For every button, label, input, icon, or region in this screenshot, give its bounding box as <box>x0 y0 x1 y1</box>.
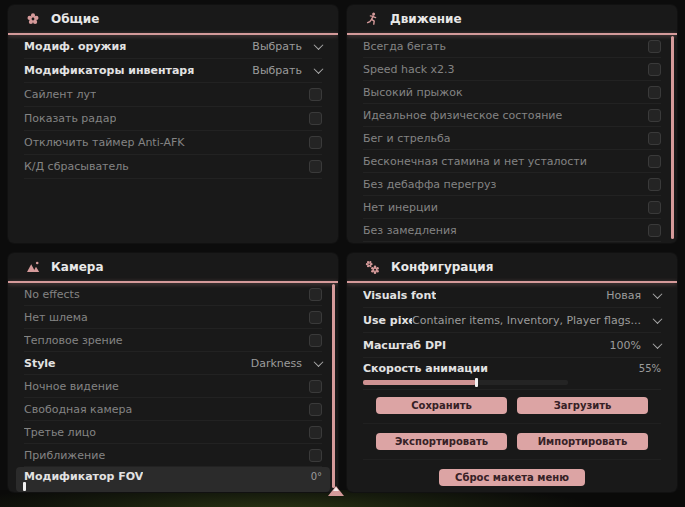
scrollbar[interactable] <box>332 284 335 488</box>
dropdown-value: Container items, Inventory, Player flags… <box>412 314 641 327</box>
action-button[interactable]: Сброс макета меню <box>439 469 585 486</box>
row-checkbox[interactable]: Показать радар <box>24 107 322 131</box>
row-dropdown[interactable]: Use pixel font forContainer items, Inven… <box>363 308 661 333</box>
row-label: Нет шлема <box>24 311 88 324</box>
rows-config: Visuals fontНоваяUse pixel font forConta… <box>347 283 677 390</box>
checkbox[interactable] <box>648 86 661 99</box>
row-checkbox[interactable]: Всегда бегать <box>363 35 661 58</box>
row-label: Use pixel font for <box>363 314 412 327</box>
row-label: Модификаторы инвентаря <box>24 64 194 77</box>
slider-track[interactable] <box>363 380 568 385</box>
row-checkbox[interactable]: К/Д сбрасыватель <box>24 155 322 179</box>
panel-title: Камера <box>51 260 104 274</box>
checkbox[interactable] <box>309 288 322 301</box>
row-checkbox[interactable]: Бесконечная стамина и нет усталости <box>363 150 661 173</box>
row-checkbox[interactable]: Нет шлема <box>24 306 322 329</box>
dropdown[interactable]: Новая <box>606 289 661 302</box>
panel-header-config[interactable]: Конфигурация <box>347 253 677 281</box>
dropdown[interactable]: Container items, Inventory, Player flags… <box>412 314 661 327</box>
row-checkbox[interactable]: Высокий прыжок <box>363 81 661 104</box>
row-label: Всегда бегать <box>363 40 446 53</box>
checkbox[interactable] <box>309 449 322 462</box>
row-checkbox[interactable]: Сайлент лут <box>24 83 322 107</box>
row-checkbox[interactable]: No effects <box>24 283 322 306</box>
row-slider[interactable]: Модификатор FOV0° <box>16 467 330 492</box>
checkbox[interactable] <box>648 40 661 53</box>
row-dropdown[interactable]: Модификаторы инвентаряВыбрать <box>24 59 322 83</box>
row-checkbox[interactable]: Идеальное физическое состояние <box>363 104 661 127</box>
slider-label-line: Модификатор FOV0° <box>24 467 322 483</box>
config-buttons: СохранитьЗагрузитьЭкспортироватьИмпортир… <box>347 390 677 492</box>
dropdown[interactable]: Выбрать <box>252 40 322 53</box>
row-label: Модиф. оружия <box>24 40 126 53</box>
row-label: Свободная камера <box>24 403 132 416</box>
row-checkbox[interactable]: Отключить таймер Anti-AFK <box>24 131 322 155</box>
row-label: Без замедления <box>363 224 457 237</box>
checkbox[interactable] <box>309 334 322 347</box>
panel-header-movement[interactable]: Движение <box>347 5 677 33</box>
row-dropdown[interactable]: Масштаб DPI100% <box>363 333 661 358</box>
dropdown[interactable]: Darkness <box>251 357 322 370</box>
cursor-tip-icon <box>333 487 339 491</box>
runner-icon <box>365 12 379 26</box>
dropdown-value: 100% <box>610 339 641 352</box>
row-label: Бег и стрельба <box>363 132 450 145</box>
gears-icon <box>365 260 380 275</box>
slider-track[interactable] <box>24 484 322 488</box>
action-button[interactable]: Экспортировать <box>376 433 507 450</box>
row-checkbox[interactable]: Приближение <box>24 444 322 467</box>
dropdown[interactable]: 100% <box>610 339 661 352</box>
panel-movement: Движение Всегда бегатьSpeed hack x2.3Выс… <box>347 5 677 243</box>
action-button[interactable]: Загрузить <box>517 397 648 414</box>
row-label: Speed hack x2.3 <box>363 63 455 76</box>
chevron-down-icon <box>314 64 324 74</box>
row-checkbox[interactable]: Без дебаффа перегруз <box>363 173 661 196</box>
mod-menu-screen: ЧЕРКИШЕ Общие Модиф. оружияВыбратьМодифи… <box>0 0 685 507</box>
row-label: Сайлент лут <box>24 88 96 101</box>
row-dropdown[interactable]: StyleDarkness <box>24 352 322 375</box>
checkbox[interactable] <box>309 160 322 173</box>
checkbox[interactable] <box>648 155 661 168</box>
action-button[interactable]: Сохранить <box>376 397 507 414</box>
checkbox[interactable] <box>648 224 661 237</box>
checkbox[interactable] <box>309 88 322 101</box>
slider-fill <box>363 380 476 385</box>
row-checkbox[interactable]: Третье лицо <box>24 421 322 444</box>
row-label: Ночное видение <box>24 380 119 393</box>
checkbox[interactable] <box>309 380 322 393</box>
slider-handle[interactable] <box>23 482 26 491</box>
row-checkbox[interactable]: Свободная камера <box>24 398 322 421</box>
chevron-down-icon <box>314 357 324 367</box>
row-checkbox[interactable]: Нет инерции <box>363 196 661 219</box>
scrollbar[interactable] <box>671 36 674 239</box>
row-checkbox[interactable]: Тепловое зрение <box>24 329 322 352</box>
checkbox[interactable] <box>309 311 322 324</box>
slider-handle[interactable] <box>475 378 478 387</box>
row-checkbox[interactable]: Ночное видение <box>24 375 322 398</box>
checkbox[interactable] <box>309 136 322 149</box>
row-checkbox[interactable]: Без замедления <box>363 219 661 242</box>
checkbox[interactable] <box>648 201 661 214</box>
panel-header-general[interactable]: Общие <box>8 5 338 33</box>
row-label: Третье лицо <box>24 426 96 439</box>
action-button[interactable]: Импортировать <box>517 433 648 450</box>
row-checkbox[interactable]: Speed hack x2.3 <box>363 58 661 81</box>
row-dropdown[interactable]: Visuals fontНовая <box>363 283 661 308</box>
dropdown-value: Darkness <box>251 357 302 370</box>
checkbox[interactable] <box>648 63 661 76</box>
row-slider[interactable]: Скорость анимации55% <box>363 358 661 390</box>
checkbox[interactable] <box>309 426 322 439</box>
checkbox[interactable] <box>648 109 661 122</box>
row-dropdown[interactable]: Модиф. оружияВыбрать <box>24 35 322 59</box>
panel-header-camera[interactable]: Камера <box>8 253 338 281</box>
dropdown-value: Новая <box>606 289 641 302</box>
button-row: Сброс макета меню <box>363 469 661 492</box>
checkbox[interactable] <box>648 132 661 145</box>
checkbox[interactable] <box>309 403 322 416</box>
checkbox[interactable] <box>648 178 661 191</box>
row-checkbox[interactable]: Бег и стрельба <box>363 127 661 150</box>
dropdown[interactable]: Выбрать <box>252 64 322 77</box>
checkbox[interactable] <box>309 112 322 125</box>
row-label: К/Д сбрасыватель <box>24 160 129 173</box>
slider-value: 0° <box>311 471 322 482</box>
